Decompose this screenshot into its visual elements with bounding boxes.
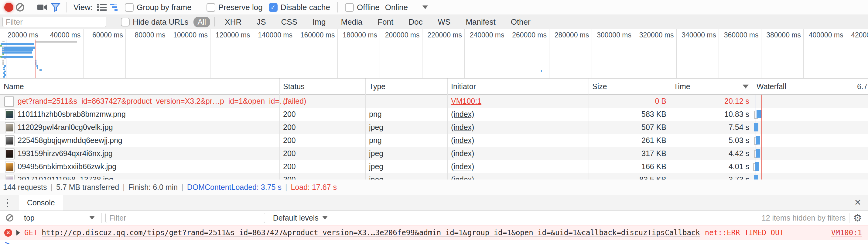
clear-button[interactable]	[13, 1, 27, 14]
tab-console[interactable]: Console	[19, 195, 63, 211]
timeline-tick-label: 40000 ms	[41, 31, 81, 39]
drawer-tab-bar: Console ✕	[0, 195, 868, 211]
timeline-tick-label: 80000 ms	[125, 31, 165, 39]
error-source-link[interactable]: VM100:1	[831, 228, 862, 237]
column-header-size[interactable]: Size	[592, 79, 666, 94]
timeline-tick-label: 420000 ms	[845, 31, 868, 39]
cell-name: 112029pwl4ranl0cg0velk.jpg	[0, 121, 290, 134]
type-filter-img[interactable]: Img	[308, 17, 330, 28]
hide-data-urls-checkbox[interactable]: Hide data URLs	[121, 17, 189, 27]
levels-dropdown-arrow-icon	[322, 216, 328, 220]
initiator-link[interactable]: (index)	[451, 136, 474, 144]
context-dropdown-arrow-icon	[89, 216, 95, 220]
column-divider[interactable]	[279, 79, 280, 180]
column-divider[interactable]	[365, 79, 366, 180]
network-overview[interactable]: 20000 ms40000 ms60000 ms80000 ms100000 m…	[0, 29, 868, 79]
drawer-menu-icon[interactable]	[7, 199, 8, 207]
overview-tick	[541, 70, 542, 72]
timeline-tick-label: 300000 ms	[591, 31, 631, 39]
cell-time: 3.73 s	[674, 173, 749, 180]
disable-cache-checkbox[interactable]: Disable cache	[269, 3, 330, 12]
type-filter-all[interactable]: All	[193, 17, 211, 27]
toolbar-separator	[337, 2, 338, 12]
close-icon[interactable]: ✕	[854, 197, 861, 208]
type-filter-manifest[interactable]: Manifest	[461, 17, 500, 28]
table-row[interactable]: get?rand=2511&s_id=8637427&product_versi…	[0, 94, 868, 108]
console-error-message[interactable]: ✕ GET http://cp.discuz.qq.com/tips/get?r…	[0, 225, 868, 240]
initiator-link[interactable]: (index)	[451, 149, 474, 158]
cell-size: 507 KB	[592, 121, 666, 134]
cell-initiator[interactable]: (index)	[451, 134, 585, 147]
column-divider[interactable]	[589, 79, 589, 180]
cell-initiator[interactable]: (index)	[451, 173, 585, 180]
column-header-status[interactable]: Status	[283, 79, 362, 94]
type-filter-css[interactable]: CSS	[277, 17, 302, 28]
network-filter-input[interactable]	[2, 17, 106, 27]
column-header-initiator[interactable]: Initiator	[451, 79, 585, 94]
summary-separator: |	[285, 183, 287, 192]
capture-screenshots-button[interactable]	[35, 1, 49, 14]
offline-checkbox[interactable]: Offline	[345, 3, 380, 12]
initiator-link[interactable]: (index)	[451, 175, 474, 180]
list-view-button[interactable]	[95, 1, 108, 14]
cell-initiator[interactable]: (index)	[451, 121, 585, 134]
table-row[interactable]: 20171019111958_13738.jpg200jpeg(index)83…	[0, 173, 868, 180]
waterfall-view-button[interactable]	[108, 1, 122, 14]
cell-initiator[interactable]: VM100:1	[451, 94, 585, 108]
initiator-link[interactable]: (index)	[451, 123, 474, 131]
checkbox-box	[207, 3, 215, 12]
column-divider[interactable]	[753, 79, 753, 180]
throttling-value[interactable]: Online	[385, 3, 408, 12]
column-header-type[interactable]: Type	[369, 79, 444, 94]
waterfall-bar-dl	[754, 123, 758, 131]
type-filter-media[interactable]: Media	[337, 17, 367, 28]
overview-request-bar	[1, 56, 33, 58]
type-filter-other[interactable]: Other	[506, 17, 535, 28]
table-row[interactable]: 110111hzhb0sbrab8bmzmw.png200png(index)5…	[0, 108, 868, 121]
cell-size: 166 KB	[592, 160, 666, 173]
overview-tick	[2, 63, 4, 65]
type-filter-ws[interactable]: WS	[434, 17, 455, 28]
group-by-frame-checkbox[interactable]: Group by frame	[125, 3, 192, 12]
checkbox-box	[125, 3, 134, 12]
console-prompt[interactable]: >	[0, 240, 868, 244]
waterfall-ruler-label: 6.7	[857, 79, 868, 94]
expand-triangle-icon[interactable]	[17, 230, 20, 236]
throttling-dropdown-arrow-icon[interactable]	[423, 5, 428, 9]
table-row[interactable]: 193159hirzv694qxr4i6nx.jpg200jpeg(index)…	[0, 147, 868, 160]
console-filter-input[interactable]	[105, 213, 265, 223]
log-levels-selector[interactable]: Default levels	[273, 214, 331, 222]
cell-initiator[interactable]: (index)	[451, 108, 585, 121]
cell-initiator[interactable]: (index)	[451, 160, 585, 173]
disable-cache-label: Disable cache	[281, 3, 330, 12]
initiator-link[interactable]: VM100:1	[451, 97, 482, 105]
type-filter-font[interactable]: Font	[373, 17, 398, 28]
overview-tick	[2, 51, 4, 52]
record-button[interactable]	[0, 1, 13, 14]
overview-tick	[2, 54, 4, 55]
request-url-link[interactable]: http://cp.discuz.qq.com/tips/get?rand=25…	[41, 228, 700, 237]
table-row[interactable]: 225458gbqjqwmddq6eewjj.png200png(index)2…	[0, 134, 868, 147]
initiator-link[interactable]: (index)	[451, 110, 474, 118]
column-header-waterfall[interactable]: Waterfall	[756, 79, 864, 94]
clear-console-button[interactable]	[3, 211, 17, 224]
filter-button[interactable]	[49, 1, 62, 14]
initiator-link[interactable]: (index)	[451, 162, 474, 171]
preserve-log-checkbox[interactable]: Preserve log	[207, 3, 263, 12]
timeline-tick-label: 200000 ms	[380, 31, 420, 39]
column-divider[interactable]	[447, 79, 448, 180]
type-filter-js[interactable]: JS	[252, 17, 270, 28]
column-header-name[interactable]: Name	[4, 79, 276, 94]
type-filter-xhr[interactable]: XHR	[220, 17, 246, 28]
table-row[interactable]: 094956n5kim5xxiib66zwk.jpg200jpeg(index)…	[0, 160, 868, 173]
overview-tick	[2, 41, 5, 42]
column-header-time[interactable]: Time	[674, 79, 749, 94]
table-row[interactable]: 112029pwl4ranl0cg0velk.jpg200jpeg(index)…	[0, 121, 868, 134]
console-settings-gear-icon[interactable]: ⚙	[853, 212, 862, 224]
execution-context-selector[interactable]: top	[24, 214, 98, 222]
column-divider[interactable]	[670, 79, 670, 180]
type-filter-doc[interactable]: Doc	[404, 17, 427, 28]
cell-initiator[interactable]: (index)	[451, 147, 585, 160]
cell-type: jpeg	[369, 173, 444, 180]
cell-time: 4.01 s	[674, 160, 749, 173]
